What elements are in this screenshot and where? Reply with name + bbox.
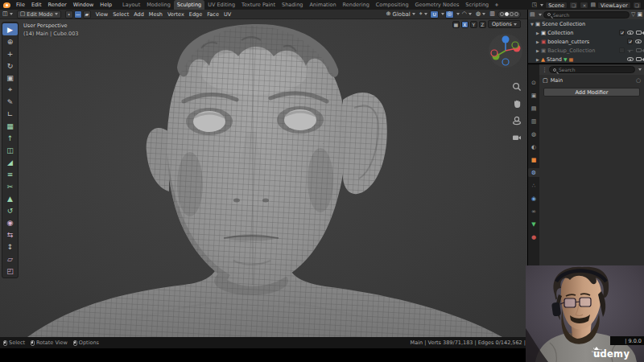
viewport-menu-add[interactable]: Add — [131, 11, 147, 18]
physics-properties-tab[interactable]: ◉ — [529, 194, 539, 203]
object-data-properties-tab[interactable]: ▼ — [529, 220, 539, 228]
workspace-tab-animation[interactable]: Animation — [306, 0, 339, 10]
disable-render-camera-icon[interactable] — [636, 31, 642, 35]
menu-file[interactable]: File — [13, 2, 28, 8]
transform-orientation-dropdown[interactable]: ⊕ Global — [384, 10, 416, 19]
pin-icon[interactable]: ○ — [636, 78, 641, 84]
hide-eye-icon[interactable] — [635, 39, 642, 43]
outliner-row-scene-collection[interactable]: ▼ ▣ Scene Collection — [528, 19, 644, 28]
menu-window[interactable]: Window — [70, 2, 97, 8]
xray-toggle[interactable]: ▥ — [488, 10, 497, 19]
new-viewlayer-button[interactable]: ❏ — [633, 2, 642, 9]
navigation-gizmo[interactable] — [487, 32, 524, 69]
camera-view-icon[interactable] — [512, 133, 522, 142]
shading-wireframe-button[interactable] — [500, 12, 504, 16]
mirror-x-button[interactable]: X — [461, 21, 469, 28]
tool-poly-build[interactable]: ▲ — [2, 192, 18, 204]
snap-toggle[interactable]: ∩ — [430, 10, 439, 19]
tool-select-box[interactable]: ▶ — [2, 23, 18, 35]
outliner-search-input[interactable]: Search — [543, 11, 630, 19]
tool-inset-faces[interactable]: ◫ — [2, 144, 18, 156]
workspace-tab-texture-paint[interactable]: Texture Paint — [238, 0, 279, 10]
shading-rendered-button[interactable] — [514, 12, 518, 16]
tool-add-cube[interactable]: ▦ — [2, 120, 18, 132]
viewport-menu-uv[interactable]: UV — [221, 11, 233, 18]
pan-view-hand-icon[interactable] — [512, 99, 522, 109]
edge-select-mode-button[interactable]: — — [74, 10, 82, 19]
modifier-properties-tab[interactable]: ⚙ — [528, 168, 539, 177]
viewport-menu-mesh[interactable]: Mesh — [147, 11, 165, 18]
tool-scale[interactable]: ▣ — [2, 72, 18, 84]
blender-logo-icon[interactable] — [3, 2, 10, 8]
viewlayer-selector[interactable]: ViewLayer — [597, 2, 631, 9]
workspace-tab-uv-editing[interactable]: UV Editing — [204, 0, 238, 10]
tool-loop-cut[interactable]: ≡ — [2, 168, 18, 180]
unlink-scene-button[interactable]: × — [580, 2, 588, 9]
dropdown-caret-icon[interactable] — [540, 4, 543, 6]
menu-help[interactable]: Help — [97, 2, 115, 8]
constraint-properties-tab[interactable]: ∞ — [529, 207, 539, 216]
proportional-falloff-caret-icon[interactable] — [456, 13, 460, 15]
tool-annotate[interactable]: ✎ — [2, 96, 18, 108]
viewport-canvas[interactable]: ▶ ⊕ + ↻ ▣ ⌖ ✎ ∟ ▦ ↑ ◫ ◢ ≡ ✂ ▲ ↺ ◉ ⇆ ↕ ▱ … — [0, 19, 527, 337]
tool-transform[interactable]: ⌖ — [2, 84, 18, 96]
perspective-toggle-icon[interactable] — [512, 116, 522, 125]
mirror-grid-icon[interactable]: ▦ — [452, 21, 460, 28]
outliner-row-collection[interactable]: ▶ ▣ Collection — [528, 28, 644, 37]
tool-extrude-region[interactable]: ↑ — [2, 132, 18, 144]
tool-shrink-fatten[interactable]: ↕ — [2, 241, 18, 253]
exclude-checkbox[interactable] — [619, 47, 625, 53]
particle-properties-tab[interactable]: ∴ — [529, 181, 539, 190]
viewport-menu-vertex[interactable]: Vertex — [165, 11, 187, 18]
shading-material-button[interactable] — [510, 12, 514, 16]
workspace-tab-scripting[interactable]: Scripting — [462, 0, 492, 10]
menu-render[interactable]: Render — [44, 2, 69, 8]
hide-eye-icon[interactable] — [627, 50, 634, 51]
zoom-view-icon[interactable] — [512, 82, 522, 92]
tool-cursor[interactable]: ⊕ — [2, 35, 18, 47]
output-properties-tab[interactable]: ▤ — [529, 104, 539, 113]
workspace-tab-shading[interactable]: Shading — [279, 0, 306, 10]
mirror-z-button[interactable]: Z — [479, 21, 486, 28]
snap-settings-caret-icon[interactable] — [441, 13, 444, 15]
outliner-row-backup-collection[interactable]: ▶ ▣ Backup_Collection — [528, 46, 644, 55]
scene-selector[interactable]: Scene — [545, 2, 568, 9]
new-scene-button[interactable]: ❏ — [569, 2, 578, 9]
viewport-menu-face[interactable]: Face — [204, 11, 221, 18]
tool-smooth[interactable]: ◉ — [2, 216, 18, 228]
workspace-tab-compositing[interactable]: Compositing — [373, 0, 412, 10]
disable-render-camera-icon[interactable] — [636, 57, 642, 61]
tool-shear[interactable]: ▱ — [2, 253, 18, 265]
add-modifier-button[interactable]: Add Modifier — [543, 88, 640, 97]
tool-edge-slide[interactable]: ⇆ — [2, 228, 18, 241]
workspace-tab-modeling[interactable]: Modeling — [143, 0, 174, 10]
viewport-menu-edge[interactable]: Edge — [187, 11, 204, 18]
hide-eye-icon[interactable] — [627, 31, 634, 35]
exclude-checkbox[interactable] — [619, 30, 625, 35]
outliner-row-boolean-cutters[interactable]: ▶ ▣ boolean_cutters — [528, 37, 644, 46]
view-layer-properties-tab[interactable]: ▥ — [529, 117, 539, 125]
shading-solid-button[interactable] — [505, 12, 509, 16]
tool-bevel[interactable]: ◢ — [2, 156, 18, 168]
mode-selector[interactable]: ▢ Edit Mode — [17, 10, 61, 19]
editor-type-selector[interactable]: ◫ — [0, 11, 15, 17]
options-dropdown[interactable]: Options — [488, 20, 521, 28]
tool-measure[interactable]: ∟ — [2, 108, 18, 120]
add-workspace-button[interactable]: + — [492, 0, 501, 10]
viewport-menu-select[interactable]: Select — [110, 11, 131, 18]
gizmos-dropdown[interactable]: ◠ — [460, 10, 473, 19]
face-select-mode-button[interactable]: ▰ — [83, 10, 91, 19]
pivot-point-dropdown[interactable]: ⌖ — [418, 10, 429, 19]
workspace-tab-sculpting[interactable]: Sculpting — [174, 0, 204, 10]
exclude-checkbox[interactable] — [627, 39, 633, 44]
proportional-editing-toggle[interactable]: ◎ — [445, 10, 454, 19]
tool-spin[interactable]: ↺ — [2, 204, 18, 216]
mirror-y-button[interactable]: Y — [470, 21, 477, 28]
tool-rotate[interactable]: ↻ — [2, 60, 18, 72]
viewport-menu-view[interactable]: View — [93, 11, 110, 18]
object-properties-tab[interactable]: ■ — [529, 155, 539, 164]
vertex-select-mode-button[interactable]: ∙ — [65, 10, 73, 19]
overlays-dropdown[interactable]: ◍ — [474, 10, 487, 19]
menu-edit[interactable]: Edit — [28, 2, 45, 8]
scene-properties-tab[interactable]: ◍ — [529, 130, 539, 138]
